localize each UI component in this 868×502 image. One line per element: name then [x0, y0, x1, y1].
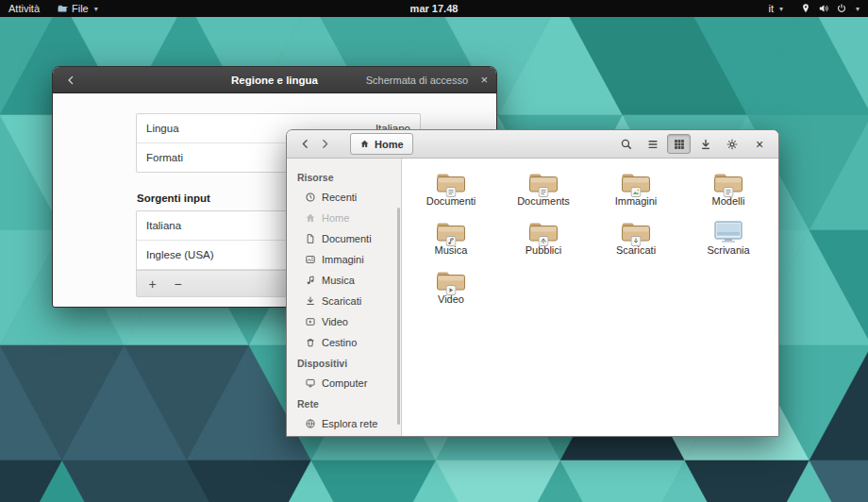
sidebar-item-label: Recenti [322, 192, 357, 203]
sidebar-item-documenti[interactable]: Documenti [287, 228, 401, 249]
folder-scaricati[interactable]: Scaricati [590, 217, 682, 266]
list-view-icon[interactable] [641, 134, 664, 154]
document-icon [305, 233, 316, 244]
sidebar-item-home[interactable]: Home [287, 208, 401, 228]
folder-scrivania[interactable]: Scrivania [682, 217, 775, 266]
files-grid: Documenti Documents [405, 168, 778, 315]
folder-musica[interactable]: Musica [405, 217, 497, 266]
folder-icon [712, 170, 744, 195]
clock-icon [305, 192, 316, 203]
folder-immagini[interactable]: Immagini [590, 168, 682, 217]
folder-icon [620, 219, 652, 244]
app-menu-button[interactable]: File ▾ [48, 0, 107, 17]
sidebar-item-label: Documenti [322, 233, 372, 244]
add-source-button[interactable]: + [140, 274, 165, 293]
sidebar-item-video[interactable]: Video [287, 311, 401, 332]
computer-icon [305, 377, 316, 389]
document-emblem-icon [446, 187, 457, 197]
folder-modelli[interactable]: Modelli [682, 168, 775, 217]
download-icon [305, 295, 316, 307]
chevron-down-icon: ▾ [94, 5, 98, 13]
settings-titlebar[interactable]: Regione e lingua Schermata di accesso × [53, 67, 496, 93]
search-icon[interactable] [614, 134, 638, 154]
sidebar-item-label: Home [322, 212, 349, 224]
files-headerbar[interactable]: Home × [287, 130, 778, 159]
folder-icon [435, 268, 467, 293]
sidebar-section-dispositivi: Dispositivi [287, 353, 401, 373]
chevron-down-icon: ▾ [856, 5, 860, 13]
folder-icon [527, 219, 559, 244]
share-emblem-icon [539, 236, 549, 246]
folder-icon [435, 219, 467, 244]
system-menu[interactable]: ▾ [792, 0, 868, 17]
keyboard-layout-label: it [768, 3, 774, 14]
sidebar-item-computer[interactable]: Computer [287, 373, 401, 393]
gear-icon[interactable] [720, 134, 743, 154]
sidebar-item-label: Cestino [322, 337, 357, 348]
login-screen-button[interactable]: Schermata di accesso [366, 75, 468, 86]
keyboard-layout-indicator[interactable]: it ▾ [760, 0, 792, 17]
remove-source-button[interactable]: − [165, 274, 191, 293]
video-icon [305, 316, 316, 327]
folder-documenti[interactable]: Documenti [405, 168, 497, 217]
location-label: Home [375, 139, 404, 150]
sidebar-item-label: Musica [322, 275, 355, 286]
folder-icon [435, 170, 467, 195]
close-icon[interactable]: × [749, 134, 770, 154]
clock[interactable]: mar 17.48 [402, 0, 467, 17]
language-label: Lingua [146, 123, 179, 134]
grid-view-icon[interactable] [667, 134, 691, 154]
template-emblem-icon [724, 187, 734, 197]
activities-button[interactable]: Attività [0, 0, 48, 17]
folder-icon [527, 170, 559, 195]
music-icon [305, 275, 316, 286]
download-emblem-icon [631, 236, 642, 246]
back-button[interactable] [61, 71, 80, 90]
forward-button[interactable] [315, 134, 335, 154]
files-window: Home × [286, 129, 779, 437]
video-emblem-icon [446, 285, 457, 295]
network-icon [305, 418, 316, 429]
image-emblem-icon [631, 187, 642, 197]
folder-pubblici[interactable]: Pubblici [497, 217, 590, 266]
volume-icon [818, 3, 829, 14]
folder-video[interactable]: Video [405, 266, 497, 315]
sidebar-item-label: Video [322, 316, 348, 327]
sidebar-item-label: Immagini [322, 254, 364, 265]
music-emblem-icon [446, 236, 457, 246]
location-icon [800, 3, 811, 14]
settings-window-title: Regione e lingua [231, 75, 318, 86]
folder-icon [620, 170, 652, 195]
input-source-label: Italiana [146, 220, 181, 231]
sidebar-item-musica[interactable]: Musica [287, 270, 401, 291]
back-button[interactable] [295, 134, 315, 154]
input-source-label: Inglese (USA) [146, 249, 214, 260]
files-sidebar: Risorse Recenti Home Documenti Immagini [287, 159, 402, 436]
sidebar-section-rete: Rete [287, 393, 401, 413]
sidebar-item-scaricati[interactable]: Scaricati [287, 291, 401, 311]
folder-documents[interactable]: Documents [497, 168, 590, 217]
close-icon[interactable]: × [480, 67, 488, 92]
sidebar-scrollbar[interactable] [397, 208, 400, 425]
sidebar-item-esplora-rete[interactable]: Esplora rete [287, 413, 401, 434]
files-content: Documenti Documents [402, 159, 778, 436]
location-home-button[interactable]: Home [350, 133, 413, 155]
folder-label: Scrivania [707, 244, 749, 256]
power-icon [836, 3, 847, 14]
desktop-icon [712, 219, 744, 244]
top-bar: Attività File ▾ mar 17.48 it ▾ [0, 0, 868, 17]
formats-label: Formati [146, 152, 183, 163]
chevron-down-icon: ▾ [779, 5, 783, 13]
download-arrow-icon[interactable] [693, 134, 717, 154]
sidebar-item-label: Computer [322, 377, 367, 389]
trash-icon [305, 337, 316, 348]
sidebar-item-label: Scaricati [322, 295, 361, 307]
sidebar-item-label: Esplora rete [322, 418, 377, 429]
files-app-icon [57, 3, 68, 14]
home-icon [359, 139, 370, 149]
sidebar-item-cestino[interactable]: Cestino [287, 332, 401, 353]
document-emblem-icon [539, 187, 549, 197]
sidebar-item-recenti[interactable]: Recenti [287, 187, 401, 208]
sidebar-item-immagini[interactable]: Immagini [287, 249, 401, 270]
app-menu-label: File [72, 3, 89, 14]
